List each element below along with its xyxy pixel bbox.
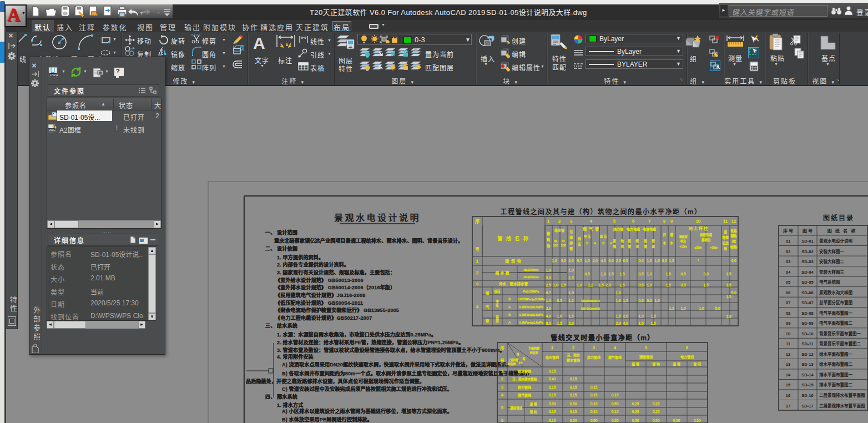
- svg-text:2: 2: [572, 346, 574, 350]
- svg-text:5: 5: [645, 346, 647, 350]
- svg-text:直 埋: 直 埋: [530, 402, 537, 406]
- svg-text:线名称: 线名称: [529, 351, 538, 355]
- svg-text:0.25: 0.25: [653, 402, 660, 406]
- svg-text:1.5: 1.5: [638, 321, 643, 325]
- svg-text:埋: 埋: [613, 244, 616, 248]
- svg-text:1.5: 1.5: [703, 283, 708, 287]
- svg-text:0.40: 0.40: [549, 377, 556, 381]
- svg-text:1: 1: [547, 219, 549, 224]
- svg-text:1.2: 1.2: [568, 299, 573, 303]
- svg-text:3. 管道布置及敷设：管道以枝状式敷设经管连接各取水点，给水: 3. 管道布置及敷设：管道以枝状式敷设经管连接各取水点，给水管道埋设时管顶覆土不…: [277, 347, 505, 353]
- svg-text:品后隐蔽处，并使之靠近路修排水设施，具体点位可根据现场情况作: 品后隐蔽处，并使之靠近路修排水设施，具体点位可根据现场情况作适当调整。: [246, 378, 425, 384]
- svg-text:A: A: [594, 241, 596, 245]
- svg-text:0.5: 0.5: [557, 299, 562, 303]
- svg-text:热力管线: 热力管线: [587, 355, 600, 360]
- svg-text:3.0: 3.0: [703, 272, 708, 276]
- svg-text:序 号: 序 号: [783, 228, 793, 234]
- svg-text:17: 17: [786, 404, 790, 409]
- svg-text:1.0: 1.0: [546, 268, 551, 272]
- svg-text:1.5: 1.5: [561, 283, 566, 287]
- svg-text:排: 排: [569, 241, 573, 245]
- svg-text:6: 6: [501, 419, 503, 422]
- svg-text:0.5: 0.5: [680, 272, 685, 276]
- svg-text:《电力工程电缆设计规范》GB50217-2007: 《电力工程电缆设计规范》GB50217-2007: [275, 315, 372, 321]
- svg-text:管 间: 管 间: [693, 362, 701, 366]
- svg-text:距: 距: [522, 357, 525, 360]
- svg-text:0.7: 0.7: [577, 259, 582, 263]
- svg-text:≤35kv: ≤35kv: [694, 246, 702, 249]
- svg-text:号: 号: [475, 247, 480, 252]
- svg-text:电气平面布置图二: 电气平面布置图二: [819, 320, 852, 326]
- svg-text:木: 木: [670, 241, 673, 245]
- svg-text:2.0: 2.0: [568, 321, 573, 325]
- svg-text:给水管线: 给水管线: [518, 369, 531, 374]
- svg-text:电气平面布置图一: 电气平面布置图一: [819, 310, 852, 316]
- svg-text:埋: 埋: [628, 244, 631, 248]
- svg-text:3: 3: [476, 281, 479, 286]
- svg-text:0.50: 0.50: [612, 402, 619, 406]
- svg-text:0.15: 0.15: [591, 410, 598, 414]
- svg-text:0.25: 0.25: [653, 410, 660, 414]
- svg-text:3: 3: [570, 219, 572, 224]
- svg-text:乔: 乔: [663, 233, 666, 237]
- svg-text:给水管: 给水管: [554, 228, 564, 233]
- svg-text:高压铁塔: 高压铁塔: [700, 233, 713, 237]
- svg-text:A: A: [508, 305, 511, 309]
- svg-text:08: 08: [786, 311, 790, 316]
- svg-text:SD-04: SD-04: [801, 270, 814, 275]
- svg-text:11: 11: [786, 341, 790, 346]
- svg-text:0.50: 0.50: [612, 419, 619, 422]
- svg-text:10: 10: [696, 219, 700, 224]
- svg-text:通信照: 通信照: [679, 235, 687, 239]
- svg-text:B: B: [508, 313, 511, 316]
- svg-text:管: 管: [652, 239, 655, 243]
- svg-text:2.0: 2.0: [592, 259, 597, 263]
- svg-text:10: 10: [786, 331, 790, 336]
- svg-text:管 线 名 称: 管 线 名 称: [497, 235, 529, 241]
- svg-text:道: 道: [724, 230, 727, 234]
- svg-text:16: 16: [786, 393, 790, 398]
- svg-text:燃气管线: 燃气管线: [608, 355, 622, 360]
- svg-text:12: 12: [731, 219, 736, 224]
- svg-text:3.0: 3.0: [662, 259, 667, 263]
- svg-text:2.0: 2.0: [623, 314, 628, 318]
- svg-text:木: 木: [663, 241, 666, 245]
- svg-text:2: 2: [501, 377, 503, 381]
- svg-text:1. 排水方式: 1. 排水方式: [277, 402, 303, 408]
- svg-text:11: 11: [723, 219, 728, 224]
- svg-text:0.5: 0.5: [638, 272, 643, 276]
- svg-text:0.005MPa<p≤0.2MPa: 0.005MPa<p≤0.2MPa: [518, 298, 545, 301]
- svg-text:0.15: 0.15: [549, 369, 556, 373]
- svg-text:1.5: 1.5: [584, 259, 589, 263]
- svg-text:1.0: 1.0: [568, 268, 573, 272]
- svg-text:6.0: 6.0: [608, 259, 613, 263]
- svg-text:>35kv: >35kv: [710, 246, 718, 249]
- svg-text:管: 管: [569, 246, 573, 251]
- svg-text:四、 雨水系统: 四、 雨水系统: [265, 394, 297, 400]
- svg-text:4. 常用附件安装: 4. 常用附件安装: [277, 354, 314, 360]
- svg-text:0.5: 0.5: [638, 299, 643, 303]
- svg-text:气: 气: [486, 305, 489, 309]
- svg-text:2.5: 2.5: [726, 315, 731, 319]
- svg-text:0.15: 0.15: [570, 393, 577, 397]
- svg-text:景观跌水沟大样图: 景观跌水沟大样图: [819, 290, 852, 295]
- svg-text:坡脚): 坡脚): [730, 245, 738, 249]
- svg-text:热力管: 热力管: [613, 227, 623, 231]
- svg-text:5.0: 5.0: [731, 291, 736, 295]
- svg-text:给水平面布置图一: 给水平面布置图一: [819, 351, 852, 357]
- svg-text:2. 内部各专业提供的设计资料。: 2. 内部各专业提供的设计资料。: [277, 261, 349, 268]
- svg-text:03: 03: [786, 259, 790, 264]
- svg-text:基础边: 基础边: [702, 238, 711, 242]
- svg-text:1.5: 1.5: [568, 314, 573, 318]
- svg-text:序: 序: [475, 219, 480, 224]
- svg-text:《室外给水设计规范》 GB50013-2006: 《室外给水设计规范》 GB50013-2006: [275, 277, 364, 283]
- svg-text:1: 1: [476, 259, 479, 264]
- svg-text:5.0: 5.0: [715, 306, 720, 310]
- svg-text:0.50: 0.50: [632, 419, 639, 422]
- svg-text:1.5: 1.5: [650, 321, 655, 325]
- svg-text:SD-03: SD-03: [801, 259, 813, 264]
- svg-text:SD-01: SD-01: [801, 239, 813, 244]
- svg-text:背景音乐平面布置图一: 背景音乐平面布置图一: [819, 331, 861, 336]
- svg-text:0.8MPa<p≤1.6MPa: 0.8MPa<p≤1.6MPa: [519, 321, 543, 324]
- svg-text:安装大样图一: 安装大样图一: [819, 249, 844, 254]
